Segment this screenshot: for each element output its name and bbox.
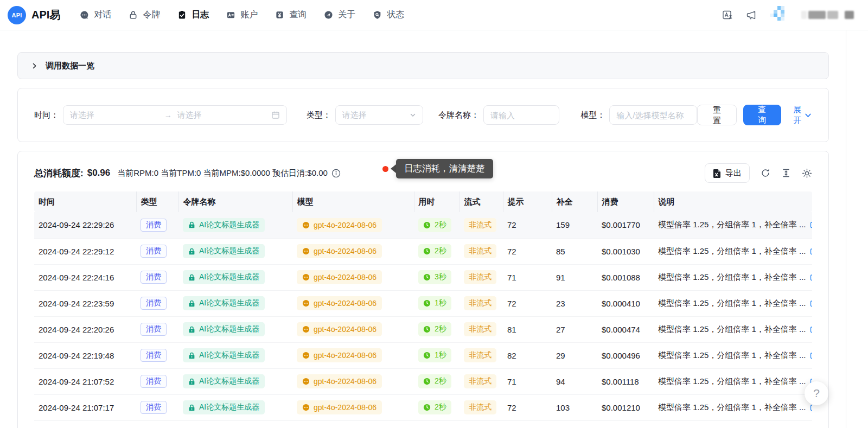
token-badge[interactable]: AI论文标题生成器 [183,270,265,284]
export-button[interactable]: 导出 [705,163,750,183]
nav-item-about[interactable]: 关于 [324,9,355,21]
column-header: 模型 [292,191,414,212]
cell-prompt-tokens: 82 [503,342,552,368]
settings-gear-icon[interactable] [802,168,812,178]
total-quota-value: $0.96 [87,168,111,178]
nav-item-chat[interactable]: 对话 [80,9,111,21]
copy-icon[interactable] [810,246,812,257]
cell-detail: 模型倍率 1.25，分组倍率 1，补全倍率 ... [654,342,812,368]
cell-completion-tokens: 29 [552,342,597,368]
token-badge[interactable]: AI论文标题生成器 [183,348,265,362]
brand-title: API易 [31,8,60,22]
model-chat-icon [302,352,310,359]
duration-badge: 2秒 [418,218,451,232]
navbar-right [722,6,854,24]
type-badge: 消费 [141,323,167,336]
model-chat-icon [302,247,310,255]
cell-completion-tokens: 91 [552,264,597,290]
info-icon[interactable] [331,169,341,178]
cell-time: 2024-09-24 22:23:59 [34,290,136,316]
model-badge[interactable]: gpt-4o-2024-08-06 [297,322,382,336]
model-chat-icon [302,299,310,307]
copy-icon[interactable] [810,272,812,283]
table-header-row: 时间类型令牌名称模型用时流式提示补全消费说明 [34,191,812,212]
query-button[interactable]: 查 询 [743,105,781,125]
duration-badge: 1秒 [418,348,451,362]
token-badge[interactable]: AI论文标题生成器 [183,322,265,336]
collapse-panel[interactable]: 调用数据一览 [17,52,829,79]
clock-icon [423,352,431,359]
lock-icon [188,352,195,359]
model-badge[interactable]: gpt-4o-2024-08-06 [297,374,382,388]
copy-icon[interactable] [810,298,812,309]
avatar[interactable] [770,6,788,24]
account-icon [226,10,235,20]
model-badge[interactable]: gpt-4o-2024-08-06 [297,218,382,232]
table-row: 2024-09-24 21:07:52消费AI论文标题生成器gpt-4o-202… [34,368,812,394]
expand-toggle[interactable]: 展开 [793,104,812,126]
expand-label: 展开 [793,104,802,126]
model-chat-icon [302,325,310,333]
table-row: 2024-09-24 22:29:12消费AI论文标题生成器gpt-4o-202… [34,238,812,264]
chevron-right-icon [31,62,38,69]
type-badge: 消费 [141,219,167,232]
nav-item-status[interactable]: 状态 [373,9,404,21]
token-filter-label: 令牌名称： [438,110,479,120]
table-row: 2024-09-24 22:20:26消费AI论文标题生成器gpt-4o-202… [34,316,812,342]
column-header: 补全 [552,191,597,212]
copy-icon[interactable] [810,220,812,230]
reset-button[interactable]: 重 置 [697,105,736,125]
model-badge[interactable]: gpt-4o-2024-08-06 [297,244,382,258]
nav-item-logs[interactable]: 日志 [177,9,209,21]
copy-icon[interactable] [810,324,812,335]
scrollbar-track[interactable] [846,30,846,428]
chevron-down-icon [410,112,416,118]
collapse-panel-title: 调用数据一览 [46,61,94,71]
app-logo[interactable]: API [8,6,26,24]
row-height-icon[interactable] [781,168,791,178]
cell-detail: 模型倍率 1.25，分组倍率 1，补全倍率 ... [654,394,812,420]
about-icon [324,10,333,20]
help-button[interactable]: ? [805,381,828,405]
tooltip-arrow [391,164,396,173]
username-redacted[interactable] [801,11,854,19]
cell-cost: $0.001210 [597,394,654,420]
refresh-icon[interactable] [761,168,770,178]
cell-completion-tokens: 103 [552,394,597,420]
column-header: 说明 [654,191,812,212]
navbar: API API易 对话 令牌 日志 账户 查询 关于 状态 [0,0,868,30]
model-badge[interactable]: gpt-4o-2024-08-06 [297,348,382,362]
model-badge[interactable]: gpt-4o-2024-08-06 [297,296,382,310]
token-badge[interactable]: AI论文标题生成器 [183,296,265,310]
token-badge[interactable]: AI论文标题生成器 [183,244,265,258]
cell-completion-tokens: 27 [552,316,597,342]
model-chat-icon [302,404,310,411]
announcement-icon[interactable] [746,10,757,21]
cell-prompt-tokens: 72 [503,238,552,264]
nav-item-query[interactable]: 查询 [275,9,307,21]
language-switch-icon[interactable] [722,10,733,21]
model-input[interactable] [609,105,697,125]
nav-item-account[interactable]: 账户 [226,9,258,21]
excel-file-icon [713,169,721,178]
cell-prompt-tokens: 71 [503,264,552,290]
token-badge[interactable]: AI论文标题生成器 [183,400,265,414]
token-badge[interactable]: AI论文标题生成器 [183,218,265,232]
cell-time: 2024-09-24 21:07:52 [34,368,136,394]
type-select[interactable]: 请选择 [335,105,424,125]
total-quota-label: 总消耗额度: [34,167,84,180]
cell-time: 2024-09-24 21:07:17 [34,394,136,420]
lock-icon [188,378,195,385]
model-badge[interactable]: gpt-4o-2024-08-06 [297,270,382,284]
cell-cost: $0.001030 [597,238,654,264]
token-name-input[interactable] [483,105,559,125]
model-badge[interactable]: gpt-4o-2024-08-06 [297,400,382,414]
main-nav: 对话 令牌 日志 账户 查询 关于 状态 [80,9,404,21]
copy-icon[interactable] [810,350,812,361]
duration-badge: 2秒 [418,400,451,414]
date-range-picker[interactable]: 请选择 → 请选择 [63,105,287,125]
clock-icon [423,273,431,281]
token-badge[interactable]: AI论文标题生成器 [183,374,265,388]
nav-item-tokens[interactable]: 令牌 [129,9,160,21]
nav-label: 关于 [338,9,355,21]
